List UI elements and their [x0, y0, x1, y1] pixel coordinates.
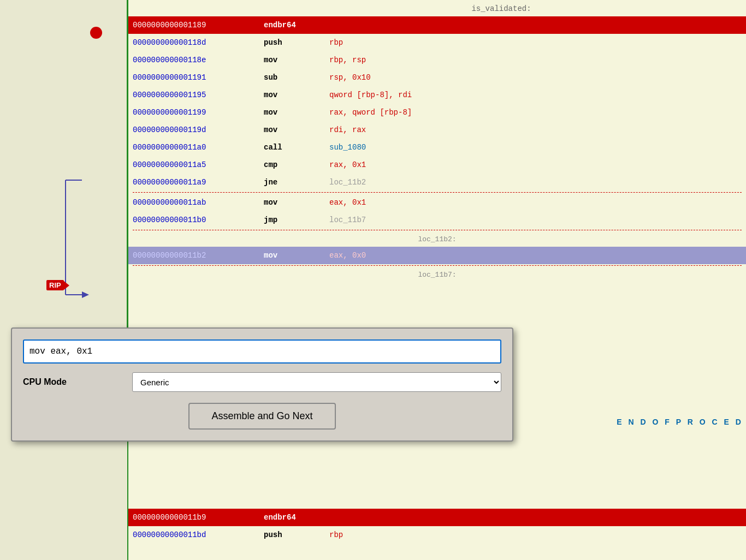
- table-row[interactable]: 00000000000011bd push rbp: [128, 526, 746, 544]
- table-row[interactable]: 00000000000011a9 jne loc_11b2: [128, 174, 746, 191]
- table-row[interactable]: 000000000000118e mov rbp, rsp: [128, 51, 746, 69]
- cpu-mode-select[interactable]: Generic x86 16-bit x86 32-bit x86 64-bit: [132, 372, 501, 392]
- asm-input[interactable]: [23, 339, 501, 364]
- svg-marker-4: [82, 291, 89, 298]
- assemble-and-go-next-button[interactable]: Assemble and Go Next: [188, 403, 335, 430]
- left-sidebar: RIP: [0, 0, 128, 560]
- is-validated-label: is_validated:: [257, 3, 746, 15]
- dashed-separator-1: [133, 192, 742, 193]
- breakpoint-dot: [90, 27, 102, 39]
- disasm-view: RIP is_validated: 0000000000001189 endbr…: [0, 0, 746, 560]
- sidebar-arrows: [0, 0, 128, 382]
- dialog-btn-row: Assemble and Go Next: [23, 403, 501, 430]
- table-row[interactable]: 000000000000119d mov rdi, rax: [128, 121, 746, 139]
- rows-container: 0000000000001189 endbr64 000000000000118…: [128, 16, 746, 282]
- table-row[interactable]: 0000000000001191 sub rsp, 0x10: [128, 69, 746, 86]
- rip-instruction-row[interactable]: 00000000000011b2 mov eax, 0x0: [128, 247, 746, 264]
- table-row[interactable]: 00000000000011a5 cmp rax, 0x1: [128, 156, 746, 174]
- table-row[interactable]: 000000000000118d push rbp: [128, 34, 746, 51]
- table-row[interactable]: 00000000000011b0 jmp loc_11b7: [128, 211, 746, 229]
- table-row[interactable]: 0000000000001189 endbr64: [128, 16, 746, 34]
- dashed-separator-2: [133, 230, 742, 230]
- cpu-mode-label: CPU Mode: [23, 377, 132, 387]
- end-procedure-text: E N D O F P R O C E D U R E: [617, 418, 746, 426]
- table-row[interactable]: 00000000000011b9 endbr64: [128, 509, 746, 526]
- loc-11b7-label: loc_11b7:: [128, 267, 746, 282]
- table-row[interactable]: 00000000000011ab mov eax, 0x1: [128, 194, 746, 211]
- table-row[interactable]: 0000000000001199 mov rax, qword [rbp-8]: [128, 104, 746, 121]
- assemble-dialog: CPU Mode Generic x86 16-bit x86 32-bit x…: [11, 327, 513, 442]
- table-row[interactable]: 00000000000011a0 call sub_1080: [128, 139, 746, 156]
- table-row[interactable]: 0000000000001195 mov qword [rbp-8], rdi: [128, 86, 746, 104]
- dashed-separator-3: [133, 265, 742, 266]
- rip-label: RIP: [46, 280, 64, 290]
- loc-11b2-label: loc_11b2:: [128, 231, 746, 247]
- cpu-mode-row: CPU Mode Generic x86 16-bit x86 32-bit x…: [23, 372, 501, 392]
- main-content: is_validated: 0000000000001189 endbr64 0…: [128, 0, 746, 560]
